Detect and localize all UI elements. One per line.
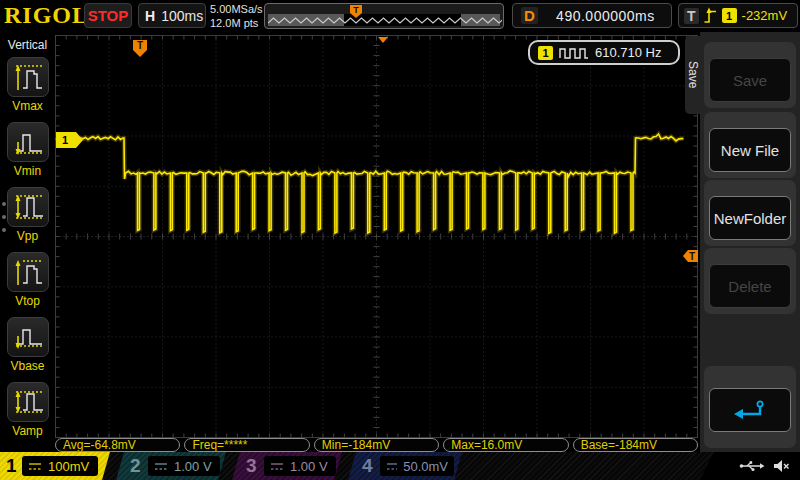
vpp-icon	[9, 189, 47, 225]
usb-icon	[739, 460, 765, 472]
channel-3-status[interactable]: 3 1.00 V	[232, 452, 342, 480]
measure-item-vmin[interactable]: Vmin	[0, 122, 55, 178]
vmin-icon	[9, 124, 47, 160]
measure-item-vtop[interactable]: Vtop	[0, 252, 55, 308]
trigger-level-marker[interactable]: T	[683, 250, 698, 262]
vmax-icon	[9, 59, 47, 95]
system-icons	[700, 452, 800, 480]
measurement-max: Max=16.0mV	[443, 438, 568, 452]
memory-depth: 12.0M pts	[210, 16, 263, 30]
delay-label: D	[521, 7, 538, 24]
return-arrow-icon	[733, 399, 767, 421]
trigger-position-marker[interactable]: T	[133, 40, 147, 57]
dc-coupling-icon	[154, 462, 168, 471]
dc-coupling-icon	[386, 462, 397, 471]
measure-menu-title: Vertical	[0, 38, 55, 52]
measurement-freq: Freq=*****	[184, 438, 309, 452]
trigger-level-value: -232mV	[742, 8, 788, 23]
channel-3-scale: 1.00 V	[290, 459, 328, 474]
measure-item-vamp[interactable]: Vamp	[0, 382, 55, 438]
measurement-min: Min=-184mV	[314, 438, 439, 452]
delete-button[interactable]: Delete	[709, 264, 791, 308]
ch1-trace	[56, 134, 684, 233]
channel-1-scale: 100mV	[48, 459, 89, 474]
channel-1-status[interactable]: 1 100mV	[0, 452, 110, 480]
rising-edge-icon	[704, 7, 717, 25]
overview-band	[268, 14, 500, 26]
measure-item-vbase[interactable]: Vbase	[0, 317, 55, 373]
horizontal-label: H	[145, 8, 155, 24]
frequency-counter: 1 610.710 Hz	[528, 40, 680, 65]
freq-channel-badge: 1	[538, 46, 553, 60]
measure-item-vmax[interactable]: Vmax	[0, 57, 55, 113]
vamp-icon	[9, 384, 47, 420]
save-button[interactable]: Save	[709, 58, 791, 102]
sample-rate: 5.00MSa/s	[210, 2, 263, 16]
svg-text:1: 1	[62, 134, 68, 146]
svg-text:T: T	[137, 40, 143, 51]
svg-text:T: T	[689, 251, 695, 262]
overview-wave-icon	[268, 14, 502, 26]
vtop-icon	[9, 254, 47, 290]
new-file-button[interactable]: New File	[709, 128, 791, 172]
channel1-ref-marker[interactable]: 1	[56, 132, 83, 148]
trigger-box[interactable]: T 1 -232mV	[678, 3, 798, 28]
measurement-avg: Avg=-64.8mV	[55, 438, 180, 452]
graticule	[56, 36, 698, 438]
vbase-icon	[9, 319, 47, 355]
freq-value: 610.710 Hz	[595, 45, 662, 60]
delay-box[interactable]: D 490.000000ms	[512, 3, 672, 28]
speaker-muted-icon	[773, 459, 790, 473]
channel-2-scale: 1.00 V	[174, 459, 212, 474]
trigger-source-badge: 1	[722, 8, 737, 23]
square-wave-icon	[559, 47, 589, 59]
new-folder-button[interactable]: NewFolder	[709, 196, 791, 240]
horizontal-center-marker	[378, 37, 388, 43]
horizontal-timebase-box[interactable]: H 100ms	[138, 3, 206, 28]
menu-tab-save: Save	[685, 36, 700, 114]
channel-4-status[interactable]: 4 50.0mV	[348, 452, 462, 480]
oscilloscope-screen: T T 1 RIGOL STOP H 100ms 5.00MSa/s 12.0M…	[0, 0, 800, 480]
dc-coupling-icon	[28, 462, 42, 471]
rigol-logo: RIGOL	[4, 2, 89, 29]
measurement-base: Base=-184mV	[573, 438, 698, 452]
delay-value: 490.000000ms	[556, 8, 655, 24]
timebase-value: 100ms	[161, 8, 203, 24]
measure-menu: Vertical Vmax Vmin	[0, 32, 55, 452]
back-button[interactable]	[709, 388, 791, 432]
channel-status-bar: 1 100mV 2 1.00 V 3	[0, 452, 800, 480]
waveform-display: T T 1	[0, 0, 800, 480]
measurement-readouts: Avg=-64.8mV Freq=***** Min=-184mV Max=16…	[55, 438, 698, 452]
header-bar: RIGOL STOP H 100ms 5.00MSa/s 12.0M pts T…	[0, 0, 800, 32]
timebase-overview[interactable]: T	[264, 3, 504, 29]
soft-menu-panel: Save New File NewFolder Delete	[700, 32, 800, 452]
channel-4-scale: 50.0mV	[403, 459, 448, 474]
trigger-label: T	[684, 8, 699, 24]
run-state-indicator: STOP	[84, 3, 132, 28]
dc-coupling-icon	[270, 462, 284, 471]
measure-item-vpp[interactable]: Vpp	[0, 187, 55, 243]
channel-2-status[interactable]: 2 1.00 V	[116, 452, 226, 480]
acquisition-info: 5.00MSa/s 12.0M pts	[210, 2, 263, 30]
